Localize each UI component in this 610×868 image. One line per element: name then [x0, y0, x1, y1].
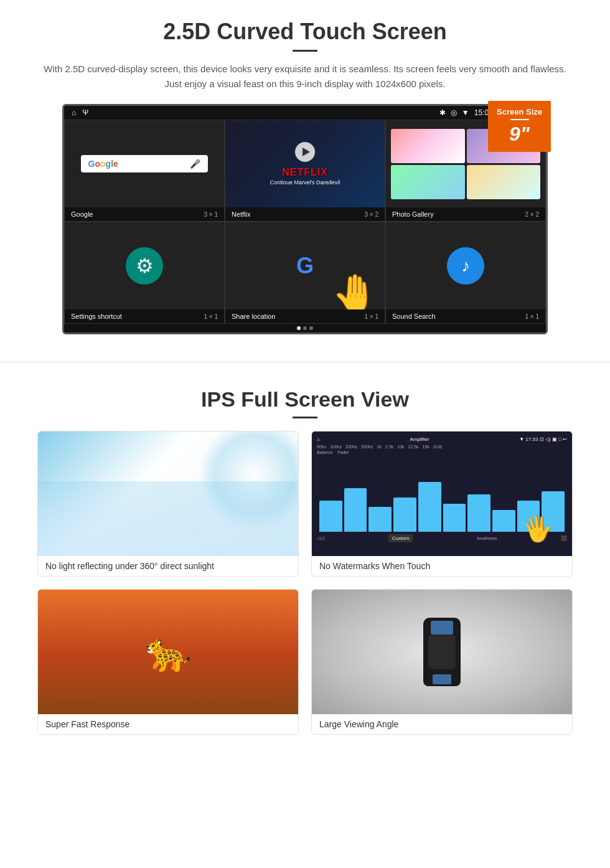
- eq-bar-2[interactable]: [344, 488, 367, 532]
- share-location-label: Share location 1 × 1: [225, 309, 385, 323]
- usb-icon: Ψ: [82, 108, 88, 117]
- car-windshield: [431, 621, 453, 634]
- google-logo: Google: [88, 159, 118, 169]
- settings-area: ⚙: [65, 222, 224, 309]
- sound-search-size: 1 × 1: [525, 313, 539, 320]
- section2-divider: [293, 417, 317, 418]
- amp-freq-labels: 60hz 100hz 200hz 500hz 1k 2.5k 10k 12.5k…: [317, 445, 567, 449]
- badge-title: Screen Size: [497, 107, 542, 116]
- netflix-overlay: NETFLIX Continue Marvel's Daredevil: [270, 120, 340, 207]
- amp-side-labels: Balance Fader: [317, 450, 567, 455]
- freq-label-6: 2.5k: [385, 445, 393, 449]
- section1-description: With 2.5D curved-display screen, this de…: [37, 62, 573, 92]
- eq-bar-8-wrap: [492, 510, 515, 532]
- home-icon: ⌂: [72, 108, 76, 117]
- share-location-size: 1 × 1: [364, 313, 378, 320]
- app-cell-google[interactable]: Google 🎤 Google 3 × 1: [64, 120, 225, 222]
- app-cell-share-location[interactable]: G 🤚 Share location 1 × 1: [225, 222, 385, 324]
- eq-bar-8[interactable]: [492, 510, 515, 532]
- pagination-dots: [64, 324, 546, 333]
- eq-bar-7[interactable]: [467, 494, 490, 532]
- mic-icon: 🎤: [190, 159, 200, 169]
- screen-size-badge: Screen Size 9": [488, 101, 551, 152]
- eq-bar-6[interactable]: [443, 504, 466, 532]
- freq-label-4: 500hz: [361, 445, 373, 449]
- photo-gallery-label: Photo Gallery 2 × 2: [386, 207, 545, 221]
- maps-g-icon: G: [296, 253, 314, 279]
- sky-gradient: [38, 481, 298, 556]
- location-icon: ◎: [451, 108, 457, 117]
- photo-thumb-1: [391, 129, 465, 163]
- amp-back-icon: ◁◁: [317, 535, 324, 541]
- section-touch-screen: 2.5D Curved Touch Screen With 2.5D curve…: [0, 0, 610, 349]
- app-grid-bottom: ⚙ Settings shortcut 1 × 1 G 🤚: [64, 222, 546, 324]
- cheetah-image: 🐆: [38, 590, 298, 714]
- cheetah-label: Super Fast Response: [38, 714, 298, 734]
- amp-status-bar: ⌂ Amplifier ▼ 17:33 ⊡ ◁) ▣ □ ↩: [317, 436, 567, 442]
- device-screen: ⌂ Ψ ✱ ◎ ▼ 15:06 ⊡ ◁) ▣ □: [62, 104, 548, 334]
- dot-3: [309, 326, 313, 330]
- amp-custom-btn[interactable]: Custom: [388, 534, 413, 542]
- feature-card-car: Large Viewing Angle: [311, 589, 573, 735]
- google-search-bar-area: Google 🎤: [65, 120, 224, 207]
- netflix-play-btn[interactable]: [295, 142, 315, 162]
- cheetah-icon: 🐆: [145, 630, 192, 674]
- amplifier-image: ⌂ Amplifier ▼ 17:33 ⊡ ◁) ▣ □ ↩ 60hz 100h…: [312, 432, 572, 556]
- bluetooth-icon: ✱: [439, 108, 446, 117]
- google-label: Google 3 × 1: [65, 207, 224, 221]
- eq-bar-3[interactable]: [368, 507, 392, 532]
- feature-card-sunlight: No light reflecting under 360° direct su…: [37, 431, 299, 577]
- dot-1: [297, 326, 301, 330]
- feature-card-cheetah: 🐆 Super Fast Response: [37, 589, 299, 735]
- status-left: ⌂ Ψ: [72, 108, 88, 117]
- section2-title: IPS Full Screen View: [37, 387, 573, 412]
- app-cell-settings[interactable]: ⚙ Settings shortcut 1 × 1: [64, 222, 225, 324]
- eq-bar-1[interactable]: [319, 501, 342, 532]
- settings-name: Settings shortcut: [71, 313, 122, 320]
- sound-search-name: Sound Search: [392, 313, 436, 320]
- photo-thumb-3: [391, 165, 465, 199]
- eq-bar-5[interactable]: [418, 482, 441, 532]
- amp-icons: ▼ 17:33 ⊡ ◁) ▣ □ ↩: [519, 436, 567, 442]
- app-cell-sound-search[interactable]: ♪ Sound Search 1 × 1: [385, 222, 546, 324]
- freq-label-1: 60hz: [317, 445, 326, 449]
- netflix-area: NETFLIX Continue Marvel's Daredevil: [225, 120, 385, 207]
- freq-label-7: 10k: [397, 445, 404, 449]
- freq-label-3: 200hz: [345, 445, 357, 449]
- fader-label: Fader: [337, 450, 349, 455]
- netflix-size: 3 × 2: [364, 211, 378, 218]
- netflix-subtitle: Continue Marvel's Daredevil: [270, 179, 340, 186]
- car-image: [312, 590, 572, 714]
- google-search-bar[interactable]: Google 🎤: [81, 155, 209, 172]
- status-bar: ⌂ Ψ ✱ ◎ ▼ 15:06 ⊡ ◁) ▣ □: [64, 106, 546, 120]
- freq-label-10: SUB: [433, 445, 442, 449]
- freq-label-5: 1k: [377, 445, 381, 449]
- photo-gallery-size: 2 × 2: [525, 211, 539, 218]
- section1-title: 2.5D Curved Touch Screen: [37, 19, 573, 45]
- netflix-name: Netflix: [232, 210, 251, 218]
- balance-label: Balance: [317, 450, 332, 455]
- dot-2: [303, 326, 307, 330]
- eq-bar-7-wrap: [467, 494, 490, 532]
- freq-label-2: 100hz: [330, 445, 342, 449]
- photo-thumb-4: [467, 165, 541, 199]
- freq-label-9: 15k: [422, 445, 429, 449]
- eq-bar-4[interactable]: [393, 498, 416, 532]
- title-divider: [293, 50, 317, 52]
- amp-toggle[interactable]: ⬛: [561, 535, 567, 541]
- app-grid-top: Google 🎤 Google 3 × 1: [64, 120, 546, 222]
- amp-home-icon: ⌂: [317, 436, 320, 442]
- eq-bar-6-wrap: [443, 504, 466, 532]
- app-cell-netflix[interactable]: NETFLIX Continue Marvel's Daredevil Netf…: [225, 120, 385, 222]
- device-mockup: Screen Size 9" ⌂ Ψ ✱ ◎ ▼ 15:06 ⊡ ◁) ▣: [62, 104, 548, 334]
- eq-bar-5-wrap: [418, 482, 441, 532]
- photo-gallery-name: Photo Gallery: [392, 210, 434, 218]
- hand-pointer-icon: 🤚: [332, 271, 378, 309]
- feature-card-amplifier: ⌂ Amplifier ▼ 17:33 ⊡ ◁) ▣ □ ↩ 60hz 100h…: [311, 431, 573, 577]
- sunlight-image: [38, 432, 298, 556]
- amp-title: Amplifier: [410, 436, 429, 442]
- settings-label: Settings shortcut 1 × 1: [65, 309, 224, 323]
- amplifier-label: No Watermarks When Touch: [312, 556, 572, 576]
- sunlight-label: No light reflecting under 360° direct su…: [38, 556, 298, 576]
- section-ips: IPS Full Screen View No light reflecting…: [0, 375, 610, 753]
